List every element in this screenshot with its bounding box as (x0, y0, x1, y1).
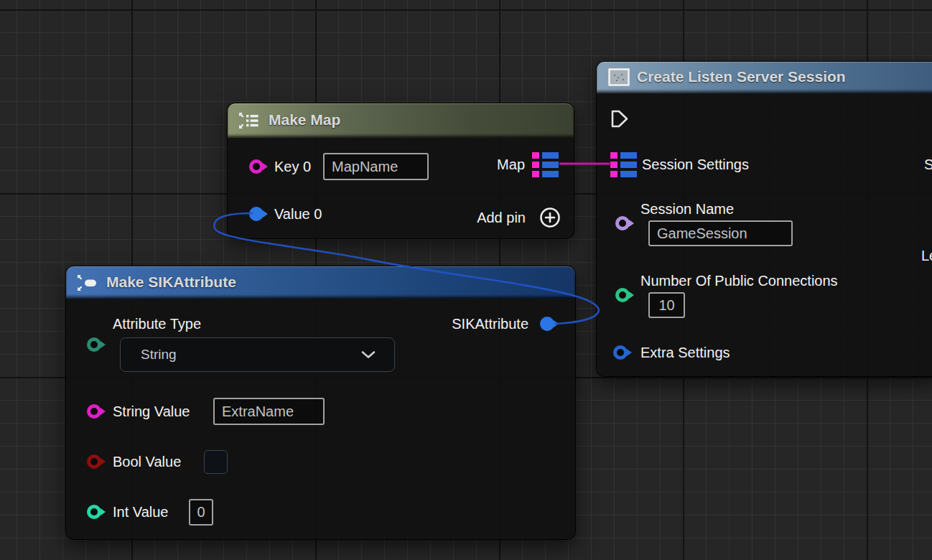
make-struct-icon (76, 274, 98, 292)
bool-value-label: Bool Value (113, 454, 181, 470)
add-pin-plus-icon[interactable] (539, 207, 561, 228)
node-create-listen-server-session[interactable]: Create Listen Server Session Session Set… (596, 61, 932, 377)
num-public-connections-pin[interactable] (615, 288, 630, 302)
key0-pin[interactable] (249, 159, 264, 174)
int-value-label: Int Value (113, 504, 168, 521)
make-sikattribute-title: Make SIKAttribute (106, 274, 236, 291)
function-card-icon (608, 68, 630, 86)
string-value-pin[interactable] (87, 404, 101, 419)
node-make-map[interactable]: Make Map Key 0 MapName Map Value 0 Add p… (227, 103, 574, 239)
make-map-header[interactable]: Make Map (228, 103, 574, 138)
chevron-down-icon (361, 351, 376, 359)
session-name-pin[interactable] (615, 216, 630, 230)
key0-label: Key 0 (274, 159, 311, 175)
string-value-field[interactable]: ExtraName (213, 398, 325, 425)
extra-settings-pin[interactable] (613, 345, 628, 360)
attribute-type-pin[interactable] (87, 337, 101, 352)
value0-pin[interactable] (249, 207, 264, 221)
bool-value-pin[interactable] (87, 454, 101, 469)
create-session-header[interactable]: Create Listen Server Session (597, 62, 932, 93)
make-map-title: Make Map (269, 111, 340, 129)
make-sikattribute-header[interactable]: Make SIKAttribute (66, 266, 575, 299)
session-settings-label: Session Settings (642, 157, 749, 173)
value0-label: Value 0 (274, 206, 322, 223)
clipped-output-label-top: S (924, 157, 932, 173)
attribute-type-dropdown[interactable]: String (120, 337, 395, 372)
exec-in-pin[interactable] (610, 108, 630, 129)
node-make-sikattribute[interactable]: Make SIKAttribute Attribute Type String … (65, 266, 576, 540)
attribute-type-selected: String (141, 347, 177, 363)
make-map-icon (238, 111, 259, 130)
session-name-field[interactable]: GameSession (648, 220, 793, 246)
attribute-type-label: Attribute Type (113, 316, 201, 332)
bool-value-checkbox[interactable] (204, 450, 228, 474)
int-value-pin[interactable] (87, 505, 101, 519)
map-out-label: Map (497, 157, 525, 173)
session-name-label: Session Name (640, 201, 734, 218)
add-pin-label[interactable]: Add pin (477, 210, 526, 226)
num-public-connections-field[interactable]: 10 (648, 292, 685, 318)
sikattribute-out-pin[interactable] (540, 317, 554, 331)
extra-settings-label: Extra Settings (640, 345, 730, 361)
int-value-field[interactable]: 0 (189, 499, 213, 526)
session-settings-pin[interactable] (610, 152, 637, 177)
sikattribute-out-label: SIKAttribute (452, 316, 528, 332)
clipped-output-label-bottom: Le (921, 248, 932, 264)
key0-value-field[interactable]: MapName (323, 153, 429, 180)
create-session-title: Create Listen Server Session (637, 68, 846, 85)
blueprint-graph-canvas[interactable]: Make Map Key 0 MapName Map Value 0 Add p… (0, 0, 932, 560)
string-value-label: String Value (113, 403, 190, 420)
map-out-pin[interactable] (532, 152, 559, 177)
num-public-connections-label: Number Of Public Connections (640, 273, 838, 289)
